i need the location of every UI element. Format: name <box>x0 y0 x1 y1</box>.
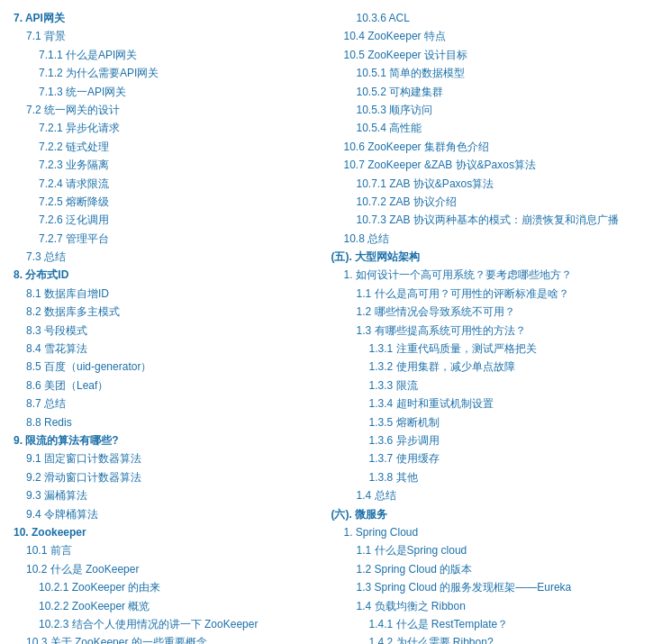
toc-item[interactable]: 8.7 总结 <box>14 395 322 413</box>
toc-item[interactable]: 10.7 ZooKeeper &ZAB 协议&Paxos算法 <box>331 156 640 174</box>
toc-item[interactable]: 9.4 令牌桶算法 <box>14 505 322 523</box>
toc-item[interactable]: 7.2.1 异步化请求 <box>14 119 322 137</box>
toc-item[interactable]: 1.3.5 熔断机制 <box>331 413 640 431</box>
toc-item[interactable]: 1.3.1 注重代码质量，测试严格把关 <box>331 340 640 358</box>
toc-item[interactable]: 9.3 漏桶算法 <box>14 486 322 504</box>
toc-item[interactable]: 1. Spring Cloud <box>331 523 640 541</box>
toc-item[interactable]: 1.3.7 使用缓存 <box>331 449 640 467</box>
toc-item[interactable]: 7.2.5 熔断降级 <box>14 193 322 211</box>
toc-item[interactable]: 7.2.3 业务隔离 <box>14 156 322 174</box>
toc-item[interactable]: 8.4 雪花算法 <box>14 340 322 358</box>
toc-item[interactable]: 10.5.4 高性能 <box>331 119 640 137</box>
toc-item[interactable]: 9.2 滑动窗口计数器算法 <box>14 468 322 486</box>
toc-item[interactable]: 9.1 固定窗口计数器算法 <box>14 449 322 467</box>
toc-item[interactable]: 10.2 什么是 ZooKeeper <box>14 560 322 578</box>
toc-item[interactable]: 10.4 ZooKeeper 特点 <box>331 27 640 45</box>
toc-item[interactable]: 1.3.6 异步调用 <box>331 431 640 449</box>
toc-item[interactable]: 10.7.1 ZAB 协议&Paxos算法 <box>331 175 640 193</box>
toc-item[interactable]: 1.4.1 什么是 RestTemplate？ <box>331 615 640 633</box>
toc-item[interactable]: 8. 分布式ID <box>14 266 322 284</box>
toc-item[interactable]: 8.5 百度（uid-generator） <box>14 358 322 376</box>
toc-item[interactable]: 10.8 总结 <box>331 230 640 248</box>
toc-item[interactable]: 10.5.2 可构建集群 <box>331 83 640 101</box>
toc-item[interactable]: (六). 微服务 <box>331 505 640 523</box>
toc-item[interactable]: 1.4 负载均衡之 Ribbon <box>331 597 640 615</box>
toc-item[interactable]: 1.1 什么是Spring cloud <box>331 541 640 559</box>
right-column: 10.3.6 ACL10.4 ZooKeeper 特点10.5 ZooKeepe… <box>331 9 640 644</box>
toc-item[interactable]: 7.2 统一网关的设计 <box>14 101 322 119</box>
toc-item[interactable]: 10.5.1 简单的数据模型 <box>331 64 640 82</box>
toc-item[interactable]: 7.2.7 管理平台 <box>14 230 322 248</box>
toc-item[interactable]: 10.5.3 顺序访问 <box>331 101 640 119</box>
left-column: 7. API网关7.1 背景7.1.1 什么是API网关7.1.2 为什么需要A… <box>14 9 322 644</box>
toc-item[interactable]: 7. API网关 <box>14 9 322 27</box>
toc-item[interactable]: 10.3 关于 ZooKeeper 的一些重要概念 <box>14 633 322 644</box>
toc-item[interactable]: 1.3.3 限流 <box>331 376 640 395</box>
toc-item[interactable]: 1.4.2 为什么需要 Ribbon? <box>331 633 640 644</box>
toc-item[interactable]: 7.2.4 请求限流 <box>14 175 322 193</box>
toc-item[interactable]: 8.3 号段模式 <box>14 322 322 340</box>
toc-item[interactable]: 10.5 ZooKeeper 设计目标 <box>331 46 640 64</box>
toc-item[interactable]: 7.1.3 统一API网关 <box>14 83 322 101</box>
toc-item[interactable]: 1.2 Spring Cloud 的版本 <box>331 560 640 578</box>
toc-item[interactable]: 7.1.1 什么是API网关 <box>14 46 322 64</box>
toc-item[interactable]: 10.6 ZooKeeper 集群角色介绍 <box>331 138 640 156</box>
toc-item[interactable]: 1. 如何设计一个高可用系统？要考虑哪些地方？ <box>331 266 640 284</box>
toc-item[interactable]: 10.2.3 结合个人使用情况的讲一下 ZooKeeper <box>14 615 322 633</box>
toc-item[interactable]: 8.6 美团（Leaf） <box>14 376 322 395</box>
toc-item[interactable]: 8.1 数据库自增ID <box>14 285 322 303</box>
toc-item[interactable]: 1.2 哪些情况会导致系统不可用？ <box>331 303 640 321</box>
toc-item[interactable]: 7.1 背景 <box>14 27 322 45</box>
toc-item[interactable]: (五). 大型网站架构 <box>331 248 640 266</box>
toc-item[interactable]: 1.3 Spring Cloud 的服务发现框架——Eureka <box>331 578 640 596</box>
toc-item[interactable]: 10.1 前言 <box>14 541 322 559</box>
toc-item[interactable]: 10.7.3 ZAB 协议两种基本的模式：崩溃恢复和消息广播 <box>331 211 640 229</box>
toc-item[interactable]: 8.8 Redis <box>14 413 322 431</box>
toc-item[interactable]: 1.3.8 其他 <box>331 468 640 486</box>
toc-container: 7. API网关7.1 背景7.1.1 什么是API网关7.1.2 为什么需要A… <box>14 9 639 644</box>
toc-item[interactable]: 10.3.6 ACL <box>331 9 640 27</box>
toc-item[interactable]: 10.7.2 ZAB 协议介绍 <box>331 193 640 211</box>
toc-item[interactable]: 1.3.2 使用集群，减少单点故障 <box>331 358 640 376</box>
toc-item[interactable]: 7.3 总结 <box>14 248 322 266</box>
toc-item[interactable]: 10.2.1 ZooKeeper 的由来 <box>14 578 322 596</box>
toc-item[interactable]: 10.2.2 ZooKeeper 概览 <box>14 597 322 615</box>
toc-item[interactable]: 1.4 总结 <box>331 486 640 504</box>
toc-item[interactable]: 1.3.4 超时和重试机制设置 <box>331 395 640 413</box>
toc-item[interactable]: 10. Zookeeper <box>14 523 322 541</box>
toc-item[interactable]: 1.3 有哪些提高系统可用性的方法？ <box>331 322 640 340</box>
toc-item[interactable]: 1.1 什么是高可用？可用性的评断标准是啥？ <box>331 285 640 303</box>
toc-item[interactable]: 7.1.2 为什么需要API网关 <box>14 64 322 82</box>
toc-item[interactable]: 9. 限流的算法有哪些? <box>14 431 322 449</box>
toc-item[interactable]: 7.2.6 泛化调用 <box>14 211 322 229</box>
toc-item[interactable]: 7.2.2 链式处理 <box>14 138 322 156</box>
toc-item[interactable]: 8.2 数据库多主模式 <box>14 303 322 321</box>
